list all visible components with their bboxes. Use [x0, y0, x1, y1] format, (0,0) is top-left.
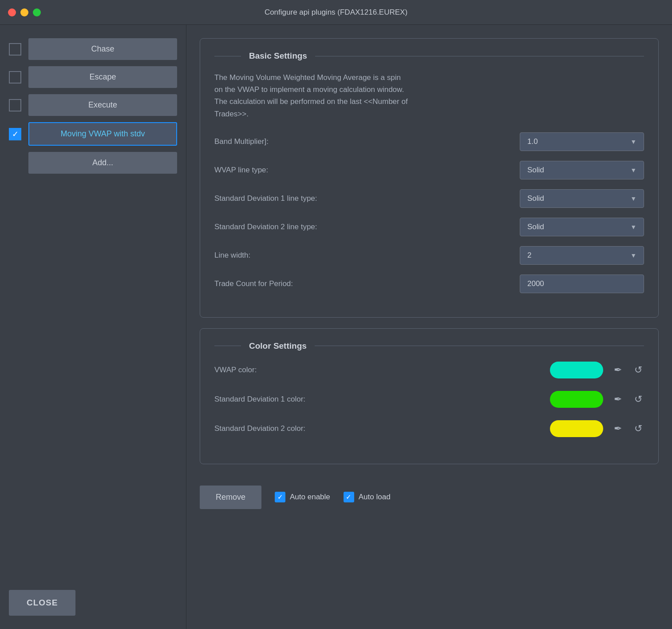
auto-load-checkmark: ✓ — [346, 493, 352, 501]
footer-bar: Remove ✓ Auto enable ✓ Auto load — [200, 478, 659, 509]
band-multiplier-row: Band Multiplier]: 1.0 ▼ — [214, 132, 644, 151]
color-header-line-right — [315, 346, 644, 346]
checkmark-icon: ✓ — [12, 130, 19, 138]
reset-icon-2: ↺ — [634, 394, 642, 405]
std-dev-1-line-type-value: Solid — [527, 194, 544, 203]
vwap-color-row: VWAP color: ✒ ↺ — [214, 362, 644, 378]
escape-checkbox[interactable] — [9, 71, 21, 84]
auto-enable-checkbox[interactable]: ✓ — [275, 492, 285, 502]
std-dev-1-color-controls: ✒ ↺ — [550, 391, 644, 408]
vwap-reset-btn[interactable]: ↺ — [632, 362, 644, 378]
remove-button[interactable]: Remove — [200, 486, 261, 509]
wvap-line-type-dropdown[interactable]: Solid ▼ — [520, 161, 644, 179]
band-multiplier-value: 1.0 — [527, 137, 538, 146]
sidebar-item-escape: Escape — [9, 66, 177, 88]
std-dev-2-eyedropper-btn[interactable]: ✒ — [612, 421, 624, 436]
chase-button[interactable]: Chase — [28, 38, 177, 60]
std-dev-1-line-type-dropdown[interactable]: Solid ▼ — [520, 189, 644, 208]
line-width-control: 2 ▼ — [520, 246, 644, 265]
reset-icon: ↺ — [634, 364, 642, 376]
vwap-color-controls: ✒ ↺ — [550, 362, 644, 378]
auto-load-row[interactable]: ✓ Auto load — [344, 492, 391, 502]
wvap-line-type-row: WVAP line type: Solid ▼ — [214, 161, 644, 179]
line-width-value: 2 — [527, 251, 531, 260]
trade-count-label: Trade Count for Period: — [214, 279, 511, 288]
std-dev-2-color-controls: ✒ ↺ — [550, 420, 644, 437]
sidebar: Chase Escape Execute ✓ Moving VWAP with … — [0, 25, 186, 629]
sidebar-spacer — [9, 180, 177, 590]
add-button[interactable]: Add... — [28, 152, 177, 174]
title-bar: Configure api plugins (FDAX1216.EUREX) — [0, 0, 672, 25]
close-window-btn[interactable] — [8, 8, 16, 16]
main-layout: Chase Escape Execute ✓ Moving VWAP with … — [0, 25, 672, 629]
execute-checkbox[interactable] — [9, 99, 21, 111]
std-dev-2-color-row: Standard Deviation 2 color: ✒ ↺ — [214, 420, 644, 437]
auto-load-checkbox[interactable]: ✓ — [344, 492, 354, 502]
std-dev-1-reset-btn[interactable]: ↺ — [632, 392, 644, 407]
band-multiplier-control: 1.0 ▼ — [520, 132, 644, 151]
escape-button[interactable]: Escape — [28, 66, 177, 88]
vwap-color-label: VWAP color: — [214, 366, 541, 374]
std-dev-2-arrow: ▼ — [630, 223, 636, 231]
minimize-window-btn[interactable] — [20, 8, 28, 16]
line-width-arrow: ▼ — [630, 252, 636, 259]
wvap-line-type-label: WVAP line type: — [214, 166, 511, 175]
band-multiplier-dropdown[interactable]: 1.0 ▼ — [520, 132, 644, 151]
color-settings-header: Color Settings — [214, 341, 644, 351]
sidebar-item-execute: Execute — [9, 94, 177, 116]
sidebar-item-moving-vwap: ✓ Moving VWAP with stdv — [9, 122, 177, 146]
std-dev-2-reset-btn[interactable]: ↺ — [632, 421, 644, 436]
std-dev-2-line-type-value: Solid — [527, 223, 544, 231]
auto-enable-checkmark: ✓ — [277, 493, 283, 501]
std-dev-2-color-swatch[interactable] — [550, 420, 603, 437]
eyedropper-icon-3: ✒ — [614, 423, 622, 434]
vwap-color-swatch[interactable] — [550, 362, 603, 378]
auto-load-label: Auto load — [359, 493, 391, 502]
trade-count-control — [520, 275, 644, 293]
window-controls — [8, 8, 41, 16]
window-title: Configure api plugins (FDAX1216.EUREX) — [265, 8, 407, 17]
color-header-line-left — [214, 346, 241, 346]
content-area: Basic Settings The Moving Volume Weighte… — [186, 25, 672, 629]
band-multiplier-arrow: ▼ — [630, 138, 636, 145]
std-dev-1-line-type-control: Solid ▼ — [520, 189, 644, 208]
close-button[interactable]: CLOSE — [9, 590, 75, 616]
vwap-eyedropper-btn[interactable]: ✒ — [612, 362, 624, 378]
color-settings-panel: Color Settings VWAP color: ✒ ↺ Standard … — [200, 328, 659, 464]
wvap-line-type-arrow: ▼ — [630, 167, 636, 174]
auto-enable-label: Auto enable — [290, 493, 330, 502]
reset-icon-3: ↺ — [634, 423, 642, 434]
line-width-label: Line width: — [214, 251, 511, 260]
band-multiplier-label: Band Multiplier]: — [214, 137, 511, 146]
auto-enable-row[interactable]: ✓ Auto enable — [275, 492, 330, 502]
basic-settings-header: Basic Settings — [214, 51, 644, 61]
std-dev-1-color-label: Standard Deviation 1 color: — [214, 395, 541, 404]
std-dev-1-line-type-row: Standard Deviation 1 line type: Solid ▼ — [214, 189, 644, 208]
std-dev-1-color-swatch[interactable] — [550, 391, 603, 408]
basic-settings-panel: Basic Settings The Moving Volume Weighte… — [200, 38, 659, 318]
trade-count-input[interactable] — [520, 275, 644, 293]
eyedropper-icon: ✒ — [614, 364, 622, 376]
header-line-left — [214, 56, 241, 56]
trade-count-row: Trade Count for Period: — [214, 275, 644, 293]
std-dev-2-line-type-dropdown[interactable]: Solid ▼ — [520, 218, 644, 236]
add-row: Add... — [28, 152, 177, 174]
chase-checkbox[interactable] — [9, 43, 21, 56]
maximize-window-btn[interactable] — [33, 8, 41, 16]
std-dev-1-eyedropper-btn[interactable]: ✒ — [612, 392, 624, 407]
eyedropper-icon-2: ✒ — [614, 394, 622, 405]
moving-vwap-button[interactable]: Moving VWAP with stdv — [28, 122, 177, 146]
line-width-row: Line width: 2 ▼ — [214, 246, 644, 265]
std-dev-2-color-label: Standard Deviation 2 color: — [214, 424, 541, 433]
moving-vwap-checkbox[interactable]: ✓ — [9, 128, 21, 140]
line-width-dropdown[interactable]: 2 ▼ — [520, 246, 644, 265]
std-dev-2-line-type-label: Standard Deviation 2 line type: — [214, 223, 511, 231]
std-dev-1-color-row: Standard Deviation 1 color: ✒ ↺ — [214, 391, 644, 408]
wvap-line-type-control: Solid ▼ — [520, 161, 644, 179]
basic-settings-title: Basic Settings — [241, 51, 315, 61]
execute-button[interactable]: Execute — [28, 94, 177, 116]
std-dev-1-arrow: ▼ — [630, 195, 636, 202]
description-text: The Moving Volume Weighted Moving Averag… — [214, 72, 410, 120]
std-dev-1-line-type-label: Standard Deviation 1 line type: — [214, 194, 511, 203]
wvap-line-type-value: Solid — [527, 166, 544, 175]
